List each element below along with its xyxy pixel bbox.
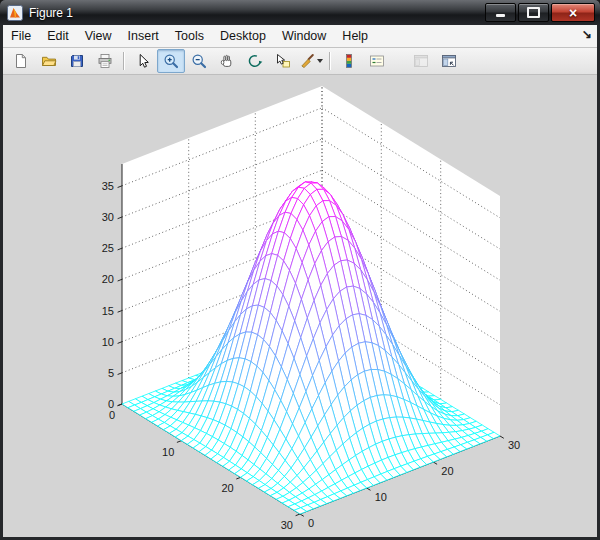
brush-data-button[interactable] [297, 49, 325, 73]
svg-text:0: 0 [108, 398, 114, 410]
open-folder-icon [41, 53, 57, 69]
maximize-button[interactable] [518, 3, 549, 22]
pan-button[interactable] [213, 49, 241, 73]
zoom-out-button[interactable] [185, 49, 213, 73]
window-controls: × [483, 3, 595, 22]
figure-window: Figure 1 × FileEditViewInsertToolsDeskto… [0, 0, 600, 540]
save-figure-button[interactable] [63, 49, 91, 73]
toolbar-separator [329, 52, 331, 70]
menu-items: FileEditViewInsertToolsDesktopWindowHelp [3, 26, 376, 46]
zoom-in-icon [163, 53, 179, 69]
svg-text:10: 10 [162, 446, 174, 458]
svg-text:10: 10 [375, 491, 387, 503]
plot-tools-icon [413, 53, 429, 69]
colorbar-icon [341, 53, 357, 69]
svg-text:35: 35 [102, 180, 114, 192]
svg-text:25: 25 [102, 242, 114, 254]
menu-item-help[interactable]: Help [334, 26, 376, 46]
print-figure-button[interactable] [91, 49, 119, 73]
svg-text:30: 30 [102, 211, 114, 223]
insert-legend-button[interactable] [363, 49, 391, 73]
insert-colorbar-button[interactable] [335, 49, 363, 73]
menu-bar: FileEditViewInsertToolsDesktopWindowHelp… [3, 25, 597, 48]
svg-text:20: 20 [221, 482, 233, 494]
rotate-3d-icon [247, 53, 263, 69]
open-file-button[interactable] [35, 49, 63, 73]
menu-item-window[interactable]: Window [274, 26, 334, 46]
svg-text:0: 0 [109, 409, 115, 421]
svg-text:0: 0 [308, 517, 314, 529]
hide-plot-tools-button [407, 49, 435, 73]
zoom-in-button[interactable] [157, 49, 185, 73]
dock-icon [441, 53, 457, 69]
svg-text:20: 20 [441, 465, 453, 477]
maximize-icon [527, 7, 540, 18]
matlab-figure-icon [7, 5, 23, 21]
svg-text:30: 30 [508, 439, 520, 451]
menu-item-file[interactable]: File [3, 26, 39, 46]
close-icon: × [569, 6, 577, 20]
dropdown-caret-icon[interactable] [317, 59, 323, 63]
menu-item-desktop[interactable]: Desktop [212, 26, 274, 46]
toolbar [3, 48, 597, 75]
rotate-3d-button[interactable] [241, 49, 269, 73]
show-plot-tools-dock-button[interactable] [435, 49, 463, 73]
menu-item-view[interactable]: View [77, 26, 120, 46]
menu-item-tools[interactable]: Tools [167, 26, 212, 46]
new-doc-icon [13, 53, 29, 69]
close-button[interactable]: × [551, 3, 595, 22]
window-title: Figure 1 [29, 6, 483, 20]
svg-text:5: 5 [108, 367, 114, 379]
minimize-button[interactable] [485, 3, 516, 22]
svg-text:10: 10 [102, 336, 114, 348]
hand-icon [219, 53, 235, 69]
data-cursor-button[interactable] [269, 49, 297, 73]
menu-item-edit[interactable]: Edit [39, 26, 77, 46]
zoom-out-icon [191, 53, 207, 69]
minimize-icon [496, 14, 505, 17]
toolbar-separator [123, 52, 125, 70]
menu-item-insert[interactable]: Insert [120, 26, 167, 46]
print-icon [97, 53, 113, 69]
plot-svg: 0102030010203005101520253035 [3, 75, 597, 537]
edit-plot-button[interactable] [129, 49, 157, 73]
dock-figure-arrow[interactable]: ↘ [582, 27, 592, 41]
brush-icon [299, 53, 315, 69]
titlebar[interactable]: Figure 1 × [0, 0, 600, 25]
save-icon [69, 53, 85, 69]
data-cursor-icon [275, 53, 291, 69]
figure-canvas[interactable]: 0102030010203005101520253035 [3, 75, 597, 537]
legend-icon [369, 53, 385, 69]
svg-text:30: 30 [281, 519, 293, 531]
new-figure-button[interactable] [7, 49, 35, 73]
svg-text:15: 15 [102, 305, 114, 317]
cursor-icon [135, 53, 151, 69]
svg-text:20: 20 [102, 273, 114, 285]
